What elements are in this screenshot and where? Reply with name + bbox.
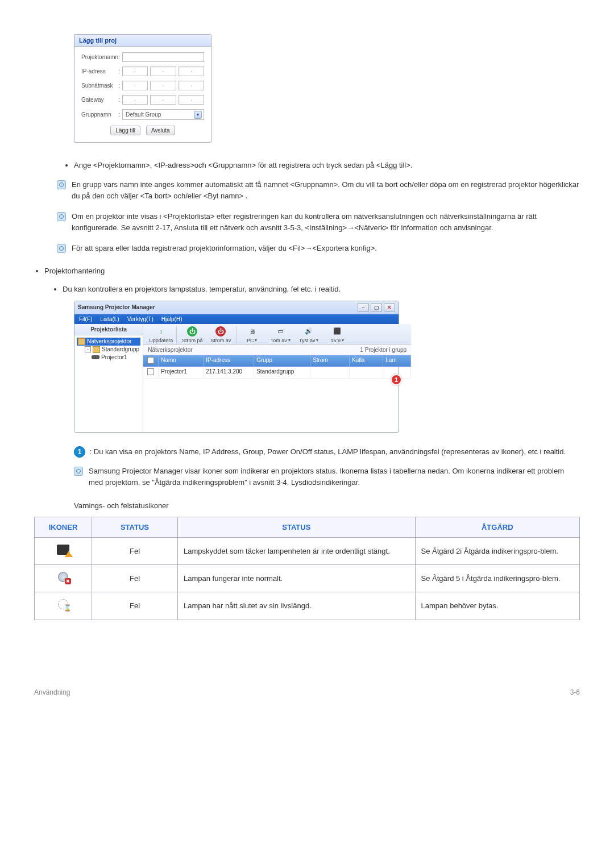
dialog-title: Lägg till proj bbox=[74, 35, 211, 47]
table-caption: Varnings- och felstatusikoner bbox=[74, 500, 580, 512]
lamp-lifespan-icon bbox=[58, 599, 68, 609]
chevron-down-icon: ▾ bbox=[288, 338, 291, 343]
th-icons: IKONER bbox=[35, 517, 92, 538]
tree-item-projector1[interactable]: Projector1 bbox=[90, 354, 140, 361]
app-sidebar: Projektorlista Nätverksprojektor - Stand… bbox=[74, 324, 143, 432]
note-export-config: För att spara eller ladda registrerad pr… bbox=[57, 243, 580, 254]
select-all-checkbox[interactable] bbox=[147, 357, 154, 364]
group-name-select[interactable]: Default Group ▾ bbox=[122, 109, 204, 120]
page-footer: Användning 3-6 bbox=[34, 688, 580, 696]
power-off-icon: ⏻ bbox=[215, 326, 226, 337]
close-button[interactable]: ✕ bbox=[384, 303, 395, 312]
col-source[interactable]: Källa bbox=[350, 355, 383, 367]
note-auto-group: En grupp vars namn inte anges kommer aut… bbox=[57, 179, 580, 202]
projector-tree: Nätverksprojektor - Standardgrupp Projec… bbox=[74, 335, 143, 363]
folder-icon bbox=[93, 346, 100, 353]
th-status: STATUS bbox=[92, 517, 178, 538]
chevron-down-icon: ▾ bbox=[316, 338, 318, 343]
note-icon bbox=[57, 212, 66, 221]
status-left: Nätverksprojektor bbox=[148, 347, 192, 353]
chevron-down-icon: ▾ bbox=[255, 338, 257, 343]
col-ip[interactable]: IP-adress bbox=[204, 355, 254, 367]
th-status2: STATUS bbox=[178, 517, 416, 538]
projector-name-input[interactable] bbox=[122, 52, 204, 62]
app-titlebar: Samsung Projector Manager – ▢ ✕ bbox=[74, 301, 399, 314]
app-toolbar: ↕ Uppdatera ⏻ Ström på ⏻ Ström av 🖥 PC▾ bbox=[143, 324, 411, 345]
sidebar-header: Projektorlista bbox=[74, 324, 143, 335]
app-main: ↕ Uppdatera ⏻ Ström på ⏻ Ström av 🖥 PC▾ bbox=[143, 324, 411, 432]
tree-group-default[interactable]: - Standardgrupp bbox=[84, 346, 140, 354]
power-on-icon: ⏻ bbox=[187, 326, 197, 337]
th-action: ÅTGÄRD bbox=[415, 517, 579, 538]
label-gateway: Gateway bbox=[81, 97, 117, 103]
label-ip-address: IP-adress bbox=[81, 68, 117, 74]
row-checkbox[interactable] bbox=[147, 368, 154, 375]
chevron-down-icon: ▾ bbox=[194, 111, 202, 119]
add-projector-dialog: Lägg till proj Projektornamn : IP-adress… bbox=[74, 34, 211, 143]
app-menubar: Fil(F) Lista(L) Verktyg(T) Hjälp(H) bbox=[74, 314, 399, 324]
projector-grid: Namn IP-adress Grupp Ström Källa Lam Pro… bbox=[143, 355, 411, 379]
label-subnet-mask: Subnätmask bbox=[81, 82, 117, 89]
table-row: Fel Lampskyddet som täcker lampenheten ä… bbox=[35, 538, 580, 565]
menu-tools[interactable]: Verktyg(T) bbox=[127, 316, 154, 322]
cancel-button[interactable]: Avsluta bbox=[146, 126, 175, 135]
note-icon bbox=[74, 467, 83, 476]
status-right: 1 Projektor i grupp bbox=[360, 347, 406, 353]
ip-address-input[interactable]: ... bbox=[122, 67, 204, 76]
menu-help[interactable]: Hjälp(H) bbox=[161, 316, 182, 322]
bullet-register: Ange <Projektornamn>, <IP-adress>och <Gr… bbox=[74, 160, 580, 171]
status-row: Nätverksprojektor 1 Projektor i grupp bbox=[143, 345, 411, 355]
menu-list[interactable]: Lista(L) bbox=[100, 316, 119, 322]
badge-1-icon: 1 bbox=[74, 446, 85, 458]
grid-header: Namn IP-adress Grupp Ström Källa Lam bbox=[143, 355, 411, 367]
projector-icon bbox=[92, 355, 99, 359]
refresh-button[interactable]: ↕ Uppdatera bbox=[147, 326, 175, 343]
aspect-icon: ⬛ bbox=[332, 326, 342, 337]
lamp-cover-error-icon bbox=[57, 545, 69, 555]
subnet-mask-input[interactable]: ... bbox=[122, 81, 204, 90]
group-select-value: Default Group bbox=[126, 111, 161, 118]
add-button[interactable]: Lägg till bbox=[110, 126, 140, 135]
blank-icon: ▭ bbox=[275, 326, 285, 337]
status-icon-table: IKONER STATUS STATUS ÅTGÄRD Fel Lampskyd… bbox=[34, 517, 580, 620]
table-row: Fel Lampan har nått slutet av sin livslä… bbox=[35, 592, 580, 620]
power-off-button[interactable]: ⏻ Ström av bbox=[206, 326, 235, 343]
mute-icon: 🔊 bbox=[304, 326, 314, 337]
col-lamp[interactable]: Lam bbox=[383, 355, 411, 367]
lamp-malfunction-icon bbox=[58, 572, 68, 582]
aspect-select[interactable]: ⬛ 16:9▾ bbox=[323, 326, 351, 343]
dialog-body: Projektornamn : IP-adress : ... Subnätma… bbox=[74, 47, 211, 142]
grid-row[interactable]: Projector1 217.141.3.200 Standardgrupp bbox=[143, 367, 411, 379]
power-on-button[interactable]: ⏻ Ström på bbox=[178, 326, 206, 343]
pm-subtext: Du kan kontrollera en projektors lampsta… bbox=[63, 285, 580, 293]
menu-file[interactable]: Fil(F) bbox=[79, 316, 92, 322]
minimize-button[interactable]: – bbox=[358, 303, 369, 312]
callout-1-text: 1 : Du kan visa en projektors Name, IP A… bbox=[74, 446, 580, 458]
label-group-name: Gruppnamn bbox=[81, 111, 117, 118]
folder-icon bbox=[78, 338, 85, 345]
collapse-icon[interactable]: - bbox=[85, 346, 91, 352]
source-icon: 🖥 bbox=[247, 326, 257, 337]
refresh-icon: ↕ bbox=[156, 326, 166, 337]
note-status-icons: Samsung Projector Manager visar ikoner s… bbox=[74, 466, 580, 488]
projector-manager-window: Samsung Projector Manager – ▢ ✕ Fil(F) L… bbox=[74, 301, 399, 433]
section-projector-management: Projektorhantering bbox=[44, 265, 580, 277]
footer-left: Användning bbox=[34, 688, 70, 696]
chevron-down-icon: ▾ bbox=[342, 338, 344, 343]
table-row: Fel Lampan fungerar inte normalt. Se Åtg… bbox=[35, 565, 580, 592]
col-power[interactable]: Ström bbox=[310, 355, 350, 367]
app-title: Samsung Projector Manager bbox=[78, 304, 155, 310]
tree-root-network[interactable]: Nätverksprojektor bbox=[77, 338, 140, 346]
callout-badge-1: 1 bbox=[391, 374, 402, 385]
footer-right: 3-6 bbox=[570, 688, 580, 696]
label-projector-name: Projektornamn bbox=[81, 54, 117, 60]
col-name[interactable]: Namn bbox=[159, 355, 204, 367]
blank-select[interactable]: ▭ Tom av▾ bbox=[266, 326, 294, 343]
mute-select[interactable]: 🔊 Tyst av▾ bbox=[294, 326, 323, 343]
note-icon bbox=[57, 180, 66, 189]
note-icon bbox=[57, 244, 66, 253]
source-select[interactable]: 🖥 PC▾ bbox=[238, 326, 266, 343]
gateway-input[interactable]: ... bbox=[122, 95, 204, 105]
maximize-button[interactable]: ▢ bbox=[371, 303, 382, 312]
col-group[interactable]: Grupp bbox=[254, 355, 310, 367]
